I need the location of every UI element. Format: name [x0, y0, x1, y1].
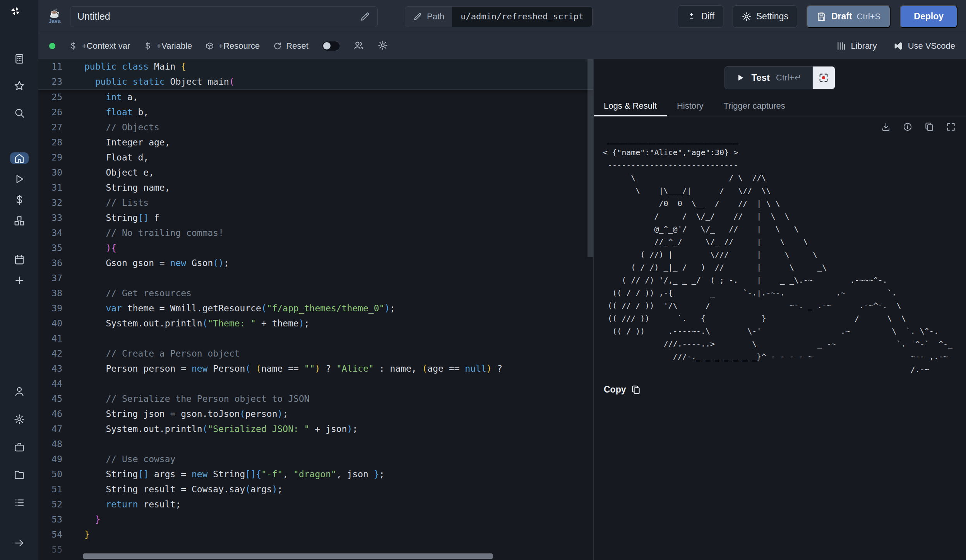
- package-icon: [205, 41, 214, 51]
- code-line[interactable]: 42 // Create a Person object: [38, 346, 593, 361]
- line-number: 47: [38, 422, 62, 437]
- code-line[interactable]: 36 Gson gson = new Gson();: [38, 256, 593, 271]
- code-line[interactable]: 26 float b,: [38, 105, 593, 120]
- library-label: Library: [851, 41, 877, 51]
- code-line[interactable]: 39 var theme = Wmill.getResource("f/app_…: [38, 301, 593, 316]
- code-line[interactable]: 34 // No trailing commas!: [38, 225, 593, 241]
- code-text: String[] args = new String[]{"-f", "drag…: [84, 467, 385, 482]
- code-line[interactable]: 49 // Use cowsay: [38, 452, 593, 467]
- code-line[interactable]: 47 System.out.println("Serialized JSON: …: [38, 422, 593, 437]
- test-button[interactable]: Test Ctrl+↵: [724, 66, 812, 89]
- download-icon[interactable]: [881, 122, 891, 132]
- edit-title-pencil-icon[interactable]: [360, 11, 370, 22]
- sidebar-item-search[interactable]: [10, 104, 29, 122]
- code-line[interactable]: 38 // Get resources: [38, 286, 593, 301]
- code-line[interactable]: 48: [38, 437, 593, 452]
- line-number: 49: [38, 452, 62, 467]
- code-line[interactable]: 44: [38, 376, 593, 391]
- sidebar-item-apps[interactable]: [10, 50, 29, 68]
- editor-settings-button[interactable]: [377, 40, 388, 52]
- add-resource-button[interactable]: +Resource: [205, 41, 260, 51]
- code-line[interactable]: 51 String result = Cowsay.say(args);: [38, 482, 593, 497]
- code-line[interactable]: 40 System.out.println("Theme: " + theme)…: [38, 316, 593, 331]
- capture-button[interactable]: [813, 66, 835, 89]
- sidebar-item-groups[interactable]: [10, 493, 29, 512]
- sidebar-item-favorites[interactable]: [10, 77, 29, 95]
- sidebar-item-schedules[interactable]: [10, 254, 29, 265]
- sidebar-item-variables[interactable]: [10, 194, 29, 206]
- editor-horizontal-scrollbar[interactable]: [83, 553, 493, 559]
- add-context-var-button[interactable]: +Context var: [69, 41, 130, 51]
- add-variable-button[interactable]: +Variable: [143, 41, 192, 51]
- sidebar-item-home[interactable]: [10, 152, 29, 164]
- code-line[interactable]: 46 String json = gson.toJson(person);: [38, 406, 593, 422]
- copy-result-button[interactable]: Copy: [603, 376, 966, 395]
- code-line[interactable]: 25 int a,: [38, 90, 593, 105]
- tab-trigger-captures[interactable]: Trigger captures: [713, 96, 795, 116]
- sidebar-item-resources[interactable]: [10, 215, 29, 227]
- library-button[interactable]: Library: [836, 41, 877, 51]
- code-editor[interactable]: 11public class Main {23 public static Ob…: [38, 59, 593, 560]
- code-line[interactable]: 35 ){: [38, 241, 593, 256]
- editor-vertical-scrollbar[interactable]: [587, 59, 593, 257]
- code-line[interactable]: 54}: [38, 527, 593, 542]
- clipboard-icon[interactable]: [924, 122, 934, 132]
- code-line[interactable]: 11public class Main {: [38, 59, 593, 74]
- multiplayer-button[interactable]: [353, 40, 364, 52]
- reset-button[interactable]: Reset: [273, 41, 308, 51]
- sidebar-top-group: [10, 50, 29, 122]
- code-text: Object e,: [84, 165, 154, 180]
- sidebar-item-add[interactable]: [10, 275, 29, 286]
- sidebar-item-runs[interactable]: [10, 173, 29, 185]
- code-line[interactable]: 28 Integer age,: [38, 135, 593, 150]
- code-line[interactable]: 29 Float d,: [38, 150, 593, 165]
- sidebar-item-settings[interactable]: [10, 410, 29, 429]
- sidebar-item-collapse[interactable]: [10, 534, 29, 552]
- path-edit-button[interactable]: Path: [405, 7, 452, 27]
- deploy-button[interactable]: Deploy: [900, 5, 957, 28]
- use-vscode-button[interactable]: Use VScode: [893, 41, 955, 51]
- code-text: float b,: [84, 105, 149, 120]
- line-number: 35: [38, 241, 62, 256]
- diff-button[interactable]: Diff: [678, 5, 723, 28]
- windmill-logo-icon[interactable]: [10, 6, 28, 24]
- code-line[interactable]: 45 // Serialize the Person object to JSO…: [38, 391, 593, 406]
- code-line[interactable]: 41: [38, 331, 593, 346]
- line-number: 43: [38, 361, 62, 376]
- dollar-icon: [14, 194, 25, 206]
- path-value[interactable]: u/admin/refreshed_script: [452, 7, 592, 27]
- expand-icon[interactable]: [946, 122, 956, 132]
- sidebar-item-users[interactable]: [10, 382, 29, 401]
- code-line[interactable]: 33 String[] f: [38, 210, 593, 225]
- code-text: String[] f: [84, 210, 159, 225]
- script-title-input[interactable]: Untitled: [70, 6, 378, 27]
- sidebar-item-folders[interactable]: [10, 466, 29, 484]
- code-line[interactable]: 37: [38, 271, 593, 286]
- code-text: var theme = Wmill.getResource("f/app_the…: [84, 301, 395, 316]
- line-number: 26: [38, 105, 62, 120]
- code-line[interactable]: 32 // Lists: [38, 195, 593, 210]
- line-number: 28: [38, 135, 62, 150]
- code-line[interactable]: 53 }: [38, 512, 593, 527]
- code-line[interactable]: 50 String[] args = new String[]{"-f", "d…: [38, 467, 593, 482]
- language-badge-label: Java: [48, 18, 60, 24]
- code-text: String name,: [84, 180, 170, 195]
- tab-logs-result[interactable]: Logs & Result: [594, 96, 667, 116]
- line-number: 55: [38, 542, 62, 557]
- test-shortcut: Ctrl+↵: [776, 73, 802, 83]
- diff-button-label: Diff: [701, 11, 714, 22]
- mode-toggle[interactable]: [322, 41, 340, 51]
- code-line[interactable]: 23 public static Object main(: [38, 74, 593, 89]
- draft-button[interactable]: Draft Ctrl+S: [807, 5, 891, 28]
- code-line[interactable]: 30 Object e,: [38, 165, 593, 180]
- sidebar-item-workers[interactable]: [10, 438, 29, 456]
- code-line[interactable]: 27 // Objects: [38, 120, 593, 135]
- info-icon[interactable]: [903, 122, 913, 132]
- tab-history[interactable]: History: [667, 96, 713, 116]
- code-line[interactable]: 43 Person person = new Person( (name == …: [38, 361, 593, 376]
- sticky-scroll: 11public class Main {23 public static Ob…: [38, 59, 593, 90]
- code-line[interactable]: 52 return result;: [38, 497, 593, 512]
- code-text: String result = Cowsay.say(args);: [84, 482, 283, 497]
- settings-button[interactable]: Settings: [733, 5, 797, 28]
- code-line[interactable]: 31 String name,: [38, 180, 593, 195]
